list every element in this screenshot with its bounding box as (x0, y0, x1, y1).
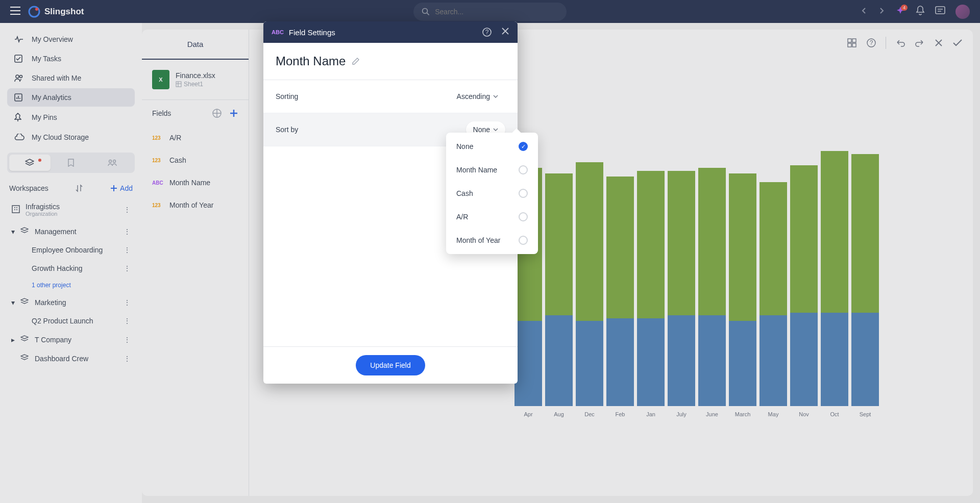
modal-header-title: Field Settings (289, 28, 335, 37)
add-workspace-button[interactable]: Add (110, 184, 133, 192)
sort-icon[interactable] (76, 184, 83, 192)
workspace-t-company[interactable]: ▸T Company⋮ (7, 330, 135, 349)
workspace-growth-hacking[interactable]: Growth Hacking⋮ (7, 259, 135, 278)
svg-rect-17 (848, 43, 851, 47)
close-icon[interactable] (501, 27, 509, 35)
brain-icon[interactable] (212, 108, 222, 118)
redo-icon[interactable] (915, 38, 925, 47)
modal-footer: Update Field (263, 346, 518, 384)
modal-title: Month Name (276, 54, 346, 68)
bell-icon[interactable] (916, 6, 925, 18)
more-icon[interactable]: ⋮ (124, 336, 131, 344)
nav-cloud[interactable]: My Cloud Storage (7, 128, 135, 146)
dropdown-option-none[interactable]: None (446, 135, 538, 158)
svg-text:?: ? (485, 29, 489, 36)
toggle-layers[interactable] (9, 155, 51, 171)
menu-icon[interactable] (10, 7, 20, 17)
more-icon[interactable]: ⋮ (124, 206, 131, 214)
field-ar[interactable]: 123A/R (142, 127, 249, 149)
more-icon[interactable]: ⋮ (124, 317, 131, 325)
svg-point-9 (113, 160, 115, 163)
field-month-name[interactable]: ABCMonth Name (142, 171, 249, 194)
svg-point-2 (423, 8, 428, 13)
svg-text:X: X (159, 77, 163, 83)
check-square-icon (14, 55, 22, 63)
modal-header: ABC Field Settings ? (263, 21, 518, 43)
sidebar: My Overview My Tasks Shared with Me My A… (0, 23, 142, 503)
field-month-year[interactable]: 123Month of Year (142, 194, 249, 216)
logo[interactable]: Slingshot (28, 6, 84, 18)
radio-icon (519, 212, 528, 221)
workspace-employee-onboarding[interactable]: Employee Onboarding⋮ (7, 241, 135, 259)
svg-rect-3 (936, 7, 945, 14)
undo-icon[interactable] (895, 38, 905, 47)
sorting-value[interactable]: Ascending (450, 88, 505, 105)
chart: AprAugDecFebJanJulyJuneMarchMayNovOctSep… (514, 132, 958, 417)
field-cash[interactable]: 123Cash (142, 149, 249, 171)
search-bar[interactable] (413, 3, 567, 21)
radio-icon (519, 236, 528, 245)
edit-icon[interactable] (352, 57, 360, 65)
avatar[interactable] (955, 5, 970, 19)
workspace-q2-launch[interactable]: Q2 Product Launch⋮ (7, 312, 135, 330)
brand-name: Slingshot (44, 7, 84, 17)
sorting-row[interactable]: Sorting Ascending (263, 80, 518, 113)
workspace-infragistics[interactable]: InfragisticsOrganization ⋮ (7, 197, 135, 222)
update-field-button[interactable]: Update Field (356, 355, 425, 375)
workspace-dashboard-crew[interactable]: Dashboard Crew⋮ (7, 349, 135, 368)
toggle-bookmark[interactable] (51, 155, 92, 171)
dropdown-option-cash[interactable]: Cash (446, 182, 538, 205)
modal-title-row: Month Name (263, 43, 518, 80)
sparkle-icon[interactable]: 4 (895, 6, 905, 18)
back-icon[interactable] (861, 7, 868, 16)
chart-bar: Dec (576, 162, 603, 417)
chart-bar: March (729, 173, 756, 417)
layers-icon (20, 227, 29, 234)
tab-data[interactable]: Data (142, 30, 249, 60)
close-icon[interactable] (934, 38, 943, 47)
nav-my-analytics[interactable]: My Analytics (7, 88, 135, 107)
nav-my-overview[interactable]: My Overview (7, 30, 135, 48)
file-name: Finance.xlsx (176, 71, 215, 80)
chart-bar: Sept (851, 154, 879, 417)
help-icon[interactable]: ? (482, 27, 492, 37)
grid-icon[interactable] (847, 38, 857, 48)
svg-point-1 (35, 8, 38, 11)
check-icon[interactable] (952, 39, 963, 47)
workspace-marketing[interactable]: ▾Marketing⋮ (7, 293, 135, 312)
dropdown-option-month-year[interactable]: Month of Year (446, 229, 538, 252)
view-toggle (7, 153, 135, 173)
file-info[interactable]: X Finance.xlsx Sheet1 (142, 60, 249, 100)
sortby-dropdown: None Month Name Cash A/R Month of Year (446, 133, 538, 254)
nav-my-pins[interactable]: My Pins (7, 108, 135, 127)
svg-point-8 (109, 160, 111, 163)
chart-bar: Feb (606, 177, 634, 417)
search-input[interactable] (435, 8, 558, 16)
chat-icon[interactable] (935, 6, 945, 17)
chart-bar: Nov (790, 165, 818, 417)
dropdown-option-month-name[interactable]: Month Name (446, 158, 538, 182)
nav-shared[interactable]: Shared with Me (7, 69, 135, 87)
more-icon[interactable]: ⋮ (124, 228, 131, 236)
forward-icon[interactable] (878, 7, 885, 16)
pin-icon (14, 113, 21, 122)
more-icon[interactable]: ⋮ (124, 246, 131, 254)
fields-header: Fields (142, 100, 249, 127)
more-icon[interactable]: ⋮ (124, 298, 131, 307)
other-projects-link[interactable]: 1 other project (7, 278, 135, 293)
dropdown-option-ar[interactable]: A/R (446, 205, 538, 229)
more-icon[interactable]: ⋮ (124, 264, 131, 272)
toggle-people[interactable] (91, 155, 133, 171)
workspace-management[interactable]: ▾Management⋮ (7, 222, 135, 241)
radio-icon (519, 165, 528, 174)
svg-rect-15 (848, 39, 851, 42)
building-icon (11, 205, 20, 214)
more-icon[interactable]: ⋮ (124, 355, 131, 363)
plus-icon[interactable] (229, 109, 238, 118)
chart-bar: Jan (637, 171, 665, 417)
data-panel: Data X Finance.xlsx Sheet1 Fields 123A/R… (142, 30, 249, 496)
notification-badge: 4 (901, 5, 908, 11)
svg-rect-10 (12, 206, 19, 213)
nav-my-tasks[interactable]: My Tasks (7, 49, 135, 68)
help-icon[interactable]: ? (866, 38, 876, 48)
